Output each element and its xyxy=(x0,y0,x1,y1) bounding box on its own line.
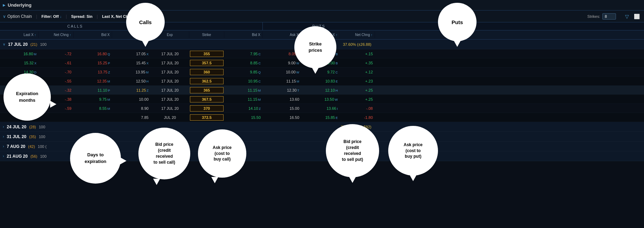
cell: -.08 xyxy=(340,105,375,112)
expiry-toggle-jul24[interactable]: › xyxy=(3,125,4,129)
cell: 14.10Z xyxy=(224,105,263,112)
strikes-group: Strikes: 8 10 12 16 20 xyxy=(587,13,616,20)
expiry-strikes-aug7: 100 ( xyxy=(38,144,47,149)
cell: 10.12C xyxy=(0,96,39,102)
cell: 14.30D xyxy=(0,69,39,75)
table-row[interactable]: 16.80M-.7216.80Q17.05X17 JUL 203557.95C8… xyxy=(0,49,644,58)
cell: +.35 xyxy=(340,60,375,66)
filter-icon[interactable]: ▽ xyxy=(624,13,630,20)
cell: 8.05Q xyxy=(263,51,301,57)
option-chain-toggle[interactable]: ∨ Option Chain xyxy=(3,14,32,19)
cell: 8.81E xyxy=(0,105,39,112)
strikes-select[interactable]: 8 10 12 16 20 xyxy=(602,13,616,20)
cell: 12.35M xyxy=(74,78,112,84)
cell: 13.60 xyxy=(263,96,301,102)
table-row[interactable]: 15.32X-.6115.25P15.45X17 JUL 20357.58.85… xyxy=(0,58,644,67)
cell: 11.25Z xyxy=(112,87,151,93)
col-net-chng-puts: Net Chng ↑ xyxy=(340,31,375,38)
underlying-arrow[interactable]: ▶ xyxy=(3,3,6,7)
expiry-strikes-jul31: 100 xyxy=(39,135,45,139)
expiry-date-jul17: 17 JUL 20 xyxy=(8,42,28,47)
expiry-toggle-aug7[interactable]: › xyxy=(3,144,4,148)
expiry-pct-aug21: 40.64% (±47.038) xyxy=(301,154,375,158)
cell: 16.80M xyxy=(0,51,39,57)
col-strike: Strike xyxy=(189,31,224,38)
cell: -.59 xyxy=(39,105,74,112)
cell xyxy=(74,116,112,119)
cell: 16.50 xyxy=(263,114,301,121)
cell: 11.15M xyxy=(263,78,301,84)
expiry-strikes-jul24: 100 xyxy=(39,125,45,129)
layout-control[interactable]: Last X, Net Change ↓ xyxy=(102,14,140,19)
cell: 13.95M xyxy=(112,69,151,75)
cell: 11.10P xyxy=(74,87,112,93)
cell: 10.00 xyxy=(112,96,151,102)
cell: 9.75M xyxy=(74,96,112,102)
middle-section-header xyxy=(151,22,263,30)
cell: 15.45X xyxy=(112,60,151,66)
cell: +.12 xyxy=(340,69,375,75)
expiry-toggle-jul31[interactable]: › xyxy=(3,135,4,138)
col-bid-x-puts: Bid X xyxy=(224,31,263,38)
cell: +.15 xyxy=(340,51,375,57)
expiry-row-aug7[interactable]: ›7 AUG 20(42)100 (37.94% (±38.028) xyxy=(0,142,644,151)
cell: 15.00 xyxy=(263,105,301,112)
cell: 7.95C xyxy=(224,51,263,57)
cell: 15.85E xyxy=(301,114,340,121)
cell: 8.55M xyxy=(74,105,112,112)
expiry-pct-aug7: 37.94% (±38.028) xyxy=(301,144,375,149)
chain-label-text: Option Chain xyxy=(7,14,32,19)
cell: 15.32X xyxy=(0,60,39,66)
cell xyxy=(39,116,74,119)
cell: +.23 xyxy=(340,78,375,84)
cell: -.32 xyxy=(39,87,74,93)
cell: 9.00B xyxy=(301,60,340,66)
table-row[interactable]: 11.53C-.3211.10P11.25Z17 JUL 2036511.15M… xyxy=(0,86,644,95)
cell: 11.53C xyxy=(0,87,39,93)
cell: 12.30T xyxy=(263,87,301,93)
expiry-pct-jul31: 41.41% (±37.977) xyxy=(301,135,375,139)
cell: -.38 xyxy=(39,96,74,102)
expiry-days-jul17: (21) xyxy=(30,42,37,47)
table-row[interactable]: 13.10D-.5512.35M12.50H17 JUL 20362.510.9… xyxy=(0,77,644,86)
expiry-days-jul24: (28) xyxy=(29,125,36,129)
table-row[interactable]: 7.94A7.85JUL 20372.515.5016.5015.85E-1.8… xyxy=(0,113,644,122)
cell: 7.90B xyxy=(301,51,340,57)
expiry-strikes-aug21: 100 xyxy=(40,154,47,158)
expand-icon[interactable]: ⬜ xyxy=(632,13,641,20)
col-ask-x-calls: Ask X xyxy=(112,31,151,38)
expiry-date-jul24: 24 JUL 20 xyxy=(7,124,26,129)
spread-control[interactable]: Spread: Sin xyxy=(71,14,93,19)
col-last-x-puts: Last X ↑ xyxy=(301,31,340,38)
cell: 11.15M xyxy=(224,96,263,102)
expiry-toggle-jul17[interactable]: ∨ xyxy=(3,42,5,46)
underlying-title: Underlying xyxy=(8,2,32,8)
chain-arrow: ∨ xyxy=(3,14,6,19)
expiry-row-jul24[interactable]: ›24 JUL 20(28)10037.24% (±30.592) xyxy=(0,122,644,132)
toolbar-icons: ▽ ⬜ xyxy=(624,13,641,20)
puts-section-header: PUTS xyxy=(263,22,375,30)
toolbar: ∨ Option Chain | Filter: Off ↓ | Spread:… xyxy=(0,10,644,22)
expiry-row-aug21[interactable]: ›21 AUG 20(56)10040.64% (±47.038) xyxy=(0,151,644,161)
expiry-toggle-aug21[interactable]: › xyxy=(3,154,4,158)
expiry-pct-jul24: 37.24% (±30.592) xyxy=(301,125,375,129)
expiry-date-jul31: 31 JUL 20 xyxy=(7,134,26,139)
cell: 10.95C xyxy=(224,78,263,84)
expiry-row-jul31[interactable]: ›31 JUL 20(35)10041.41% (±37.977) xyxy=(0,132,644,142)
cell: 15.50 xyxy=(224,114,263,121)
cell: 10.00W xyxy=(263,69,301,75)
col-ask-x-puts: Ask X xyxy=(263,31,301,38)
cell: -1.80 xyxy=(340,114,375,121)
cell: 13.75Z xyxy=(74,69,112,75)
expiry-days-aug21: (56) xyxy=(30,154,37,158)
table-row[interactable]: 10.12C-.389.75M10.0017 JUL 20367.511.15M… xyxy=(0,95,644,104)
cell: 10.83E xyxy=(301,78,340,84)
cell: -.72 xyxy=(39,51,74,57)
cell: 17.05X xyxy=(112,51,151,57)
cell: 7.85 xyxy=(112,114,151,121)
table-row[interactable]: 8.81E-.598.55M8.9017 JUL 2037014.10Z15.0… xyxy=(0,104,644,113)
table-row[interactable]: 14.30D-.7013.75Z13.95M17 JUL 203609.85Q1… xyxy=(0,67,644,77)
calls-section-header: CALLS xyxy=(0,22,151,30)
filter-control[interactable]: Filter: Off ↓ xyxy=(41,14,62,19)
expiry-row-jul17[interactable]: ∨17 JUL 20(21)10037.60% (±26.88) xyxy=(0,40,644,49)
